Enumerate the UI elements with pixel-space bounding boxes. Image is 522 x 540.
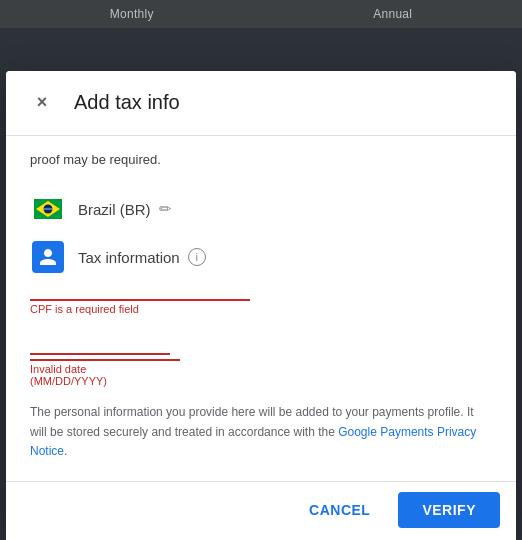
privacy-text: The personal information you provide her… — [30, 395, 492, 465]
cpf-field-group: CPF is a required field — [30, 295, 492, 315]
country-label: Brazil (BR) — [78, 201, 151, 218]
date-error-message: Invalid date (MM/DD/YYYY) — [30, 363, 492, 387]
person-icon-bg — [32, 241, 64, 273]
date-input-wrapper[interactable] — [30, 333, 180, 361]
privacy-text-part2: . — [64, 444, 67, 458]
cancel-button[interactable]: CANCEL — [289, 492, 390, 528]
col-monthly: Monthly — [110, 7, 154, 21]
background-table-header: Monthly Annual — [0, 0, 522, 28]
col-annual: Annual — [373, 7, 412, 21]
proof-text: proof may be required. — [30, 136, 492, 180]
dialog: × Add tax info proof may be required. Br… — [6, 71, 516, 540]
dialog-body: proof may be required. Brazil (BR) ✏ — [6, 136, 516, 481]
cpf-error-message: CPF is a required field — [30, 303, 492, 315]
date-input[interactable] — [30, 333, 170, 355]
verify-button[interactable]: VERIFY — [398, 492, 500, 528]
cpf-field-line — [30, 295, 250, 301]
info-icon[interactable]: i — [188, 248, 206, 266]
tax-info-icon — [30, 239, 66, 275]
dialog-footer: CANCEL VERIFY — [6, 481, 516, 540]
flag-icon — [30, 191, 66, 227]
person-icon-svg — [38, 247, 58, 267]
close-button[interactable]: × — [26, 87, 58, 119]
country-row: Brazil (BR) ✏ — [30, 179, 492, 235]
dialog-title: Add tax info — [74, 91, 180, 114]
edit-icon[interactable]: ✏ — [159, 200, 172, 218]
close-icon: × — [37, 92, 48, 113]
info-icon-text: i — [195, 251, 197, 263]
tax-info-row: Tax information i — [30, 235, 492, 283]
dialog-header: × Add tax info — [6, 71, 516, 136]
date-field-group: Invalid date (MM/DD/YYYY) — [30, 333, 492, 387]
tax-info-label: Tax information — [78, 249, 180, 266]
modal-overlay: Monthly Annual × Add tax info proof may … — [0, 0, 522, 540]
brazil-flag-svg — [34, 199, 62, 219]
svg-rect-3 — [44, 209, 53, 210]
